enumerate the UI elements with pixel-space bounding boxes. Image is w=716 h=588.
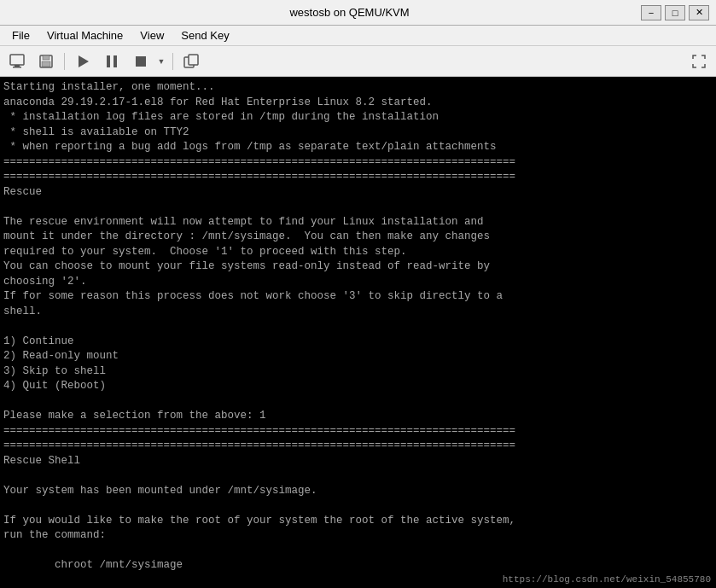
play-icon <box>74 53 91 70</box>
pause-icon <box>103 53 120 70</box>
monitor-button[interactable] <box>3 49 31 73</box>
close-button[interactable]: ✕ <box>689 5 709 20</box>
svg-rect-11 <box>189 55 198 65</box>
svg-rect-0 <box>10 55 24 65</box>
svg-rect-5 <box>42 61 50 67</box>
svg-rect-9 <box>136 56 146 67</box>
menu-view[interactable]: View <box>131 27 172 44</box>
window-controls: − □ ✕ <box>641 5 709 20</box>
menu-send-key[interactable]: Send Key <box>172 27 237 44</box>
terminal-output: Starting installer, one moment... anacon… <box>3 80 713 588</box>
svg-rect-2 <box>13 67 21 68</box>
svg-rect-7 <box>107 55 110 67</box>
play-button[interactable] <box>69 49 96 73</box>
svg-marker-6 <box>79 55 89 67</box>
menu-bar: File Virtual Machine View Send Key <box>0 26 716 46</box>
stop-icon <box>132 53 149 70</box>
separator-1 <box>64 53 65 70</box>
fullscreen-button[interactable] <box>685 49 713 73</box>
stop-dropdown-button[interactable]: ▼ <box>154 49 168 73</box>
separator-2 <box>172 53 173 70</box>
terminal-area[interactable]: Starting installer, one moment... anacon… <box>0 77 716 588</box>
svg-rect-4 <box>43 55 49 60</box>
clone-icon <box>183 53 200 70</box>
fullscreen-icon <box>690 53 707 70</box>
save-button[interactable] <box>32 49 60 73</box>
monitor-icon <box>9 53 26 70</box>
minimize-button[interactable]: − <box>641 5 661 20</box>
pause-button[interactable] <box>98 49 125 73</box>
stop-button-group: ▼ <box>127 49 168 73</box>
menu-file[interactable]: File <box>3 27 38 44</box>
title-bar: westosb on QEMU/KVM − □ ✕ <box>0 0 716 26</box>
maximize-button[interactable]: □ <box>665 5 685 20</box>
svg-rect-1 <box>15 65 20 67</box>
status-url: https://blog.csdn.net/weixin_54855780 <box>498 572 716 588</box>
save-icon <box>38 53 55 70</box>
menu-virtual-machine[interactable]: Virtual Machine <box>38 27 131 44</box>
window-title: westosb on QEMU/KVM <box>58 6 641 19</box>
stop-button[interactable] <box>127 49 154 73</box>
toolbar: ▼ <box>0 46 716 77</box>
clone-button[interactable] <box>178 49 205 73</box>
svg-rect-8 <box>114 55 117 67</box>
